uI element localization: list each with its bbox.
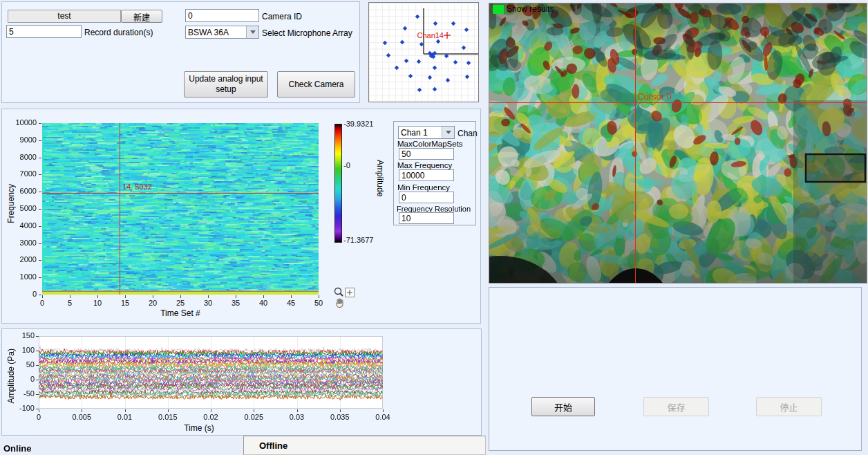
axis-tick-label: 100 xyxy=(8,346,35,354)
axis-tick-mark xyxy=(291,295,292,298)
axis-tick-mark xyxy=(211,409,211,412)
new-session-button[interactable]: 新建 xyxy=(121,10,162,23)
axis-tick-label: 20 xyxy=(142,299,163,307)
axis-tick-label: 40 xyxy=(253,299,274,307)
axis-tick-label: 0 xyxy=(23,413,54,421)
camera-cursor-vline[interactable] xyxy=(635,3,636,283)
camera-image-area[interactable]: Cursor 0 Show results xyxy=(489,3,867,284)
axis-tick-mark xyxy=(125,409,126,412)
axis-tick-mark xyxy=(36,380,39,380)
check-camera-button[interactable]: Check Camera xyxy=(277,71,355,98)
colorbar-mid-label: -0 xyxy=(343,161,350,169)
axis-tick-label: 9000 xyxy=(9,136,37,144)
waveform-xlabel: Time (s) xyxy=(178,423,220,433)
mic-point xyxy=(462,46,466,50)
mic-point xyxy=(433,87,437,91)
max-frequency-input[interactable] xyxy=(399,169,454,181)
axis-tick-label: 0 xyxy=(32,299,53,307)
mic-point xyxy=(466,61,471,65)
axis-tick-label: 2000 xyxy=(9,255,37,263)
axis-tick-label: 35 xyxy=(225,299,246,307)
mic-point xyxy=(465,75,469,79)
axis-tick-mark xyxy=(39,409,39,412)
mic-point xyxy=(446,78,450,82)
channel-select[interactable]: Chan 1 xyxy=(398,126,455,139)
colorbar-max-label: -39.9321 xyxy=(343,120,373,128)
show-results-label: Show results xyxy=(507,4,554,14)
axis-tick-mark xyxy=(39,277,41,278)
mic-point xyxy=(453,60,457,64)
update-analog-input-button[interactable]: Update analog input setup xyxy=(184,71,268,98)
waveform-panel: Amplitude (Pa) Time (s) 150100500-50-100… xyxy=(1,328,482,436)
axis-tick-label: 50 xyxy=(8,360,35,369)
stop-button[interactable]: 停止 xyxy=(756,397,822,416)
axis-tick-mark xyxy=(39,140,41,141)
online-status-label: Online xyxy=(3,443,31,454)
spectrogram-cursor-vline[interactable] xyxy=(120,123,120,295)
chevron-down-icon[interactable] xyxy=(246,26,258,38)
axis-tick-label: 45 xyxy=(281,299,301,307)
axis-tick-mark xyxy=(39,158,41,158)
show-results-indicator[interactable] xyxy=(493,5,504,14)
zoom-tool-icon[interactable] xyxy=(333,286,357,298)
axis-tick-label: 0.035 xyxy=(325,413,355,421)
axis-tick-label: 3000 xyxy=(9,239,37,247)
mic-point xyxy=(408,74,413,78)
waveform-canvas[interactable] xyxy=(39,336,383,409)
axis-tick-mark xyxy=(42,295,43,298)
axis-tick-label: 5000 xyxy=(9,204,37,212)
mic-point xyxy=(451,21,455,26)
camera-cursor-hline[interactable] xyxy=(489,102,867,103)
session-name-field[interactable]: test xyxy=(8,10,121,23)
mic-point xyxy=(428,75,432,80)
axis-tick-label: 6000 xyxy=(9,187,37,195)
amplitude-colorbar xyxy=(334,124,342,243)
axis-tick-mark xyxy=(263,295,264,298)
mic-point xyxy=(433,66,437,70)
axis-tick-label: 0.04 xyxy=(368,413,398,421)
config-panel: test 新建 Record duration(s) Camera ID BSW… xyxy=(1,1,360,103)
axis-tick-label: 0.015 xyxy=(153,413,183,421)
mic-point xyxy=(395,66,399,70)
maxcolormapsets-input[interactable] xyxy=(399,148,454,160)
axis-tick-mark xyxy=(39,209,41,210)
axis-tick-mark xyxy=(39,243,41,244)
spectrogram-panel: Frequency 14, 5932 Time Set # -39.9321 -… xyxy=(1,109,481,324)
axis-tick-label: 1000 xyxy=(9,272,37,281)
spectrogram-cursor-hline[interactable] xyxy=(42,193,319,194)
axis-tick-mark xyxy=(383,409,384,412)
mic-array-label: Select Microphone Array xyxy=(262,28,352,38)
start-button[interactable]: 开始 xyxy=(531,397,595,416)
camera-cursor-label: Cursor 0 xyxy=(637,91,672,102)
mic-cursor-label: Chan14 xyxy=(417,31,444,39)
camera-overlay-canvas[interactable] xyxy=(489,3,867,283)
mic-array-svg: Chan14 xyxy=(369,3,478,102)
record-duration-input[interactable] xyxy=(6,25,82,38)
axis-tick-label: 0 xyxy=(8,375,35,383)
pan-tool-icon[interactable] xyxy=(334,297,346,309)
mic-array-select[interactable]: BSWA 36A xyxy=(185,26,259,39)
camera-id-input[interactable] xyxy=(185,9,259,22)
axis-tick-mark xyxy=(39,192,41,192)
spectrogram-xlabel: Time Set # xyxy=(153,308,208,318)
axis-tick-label: 15 xyxy=(115,299,135,307)
axis-tick-label: -100 xyxy=(8,404,35,412)
axis-tick-label: 0 xyxy=(9,290,37,298)
min-frequency-label: Min Frequency xyxy=(397,183,450,192)
mic-cursor-cross[interactable] xyxy=(444,32,451,39)
chevron-down-icon[interactable] xyxy=(442,127,454,138)
axis-tick-mark xyxy=(153,295,153,298)
record-duration-label: Record duration(s) xyxy=(84,28,153,37)
spectrogram-canvas[interactable] xyxy=(42,123,319,295)
axis-tick-label: 8000 xyxy=(9,153,37,161)
mic-point xyxy=(464,28,469,32)
mic-point xyxy=(403,26,407,30)
save-button[interactable]: 保存 xyxy=(643,397,709,416)
axis-tick-mark xyxy=(36,394,39,395)
min-frequency-input[interactable] xyxy=(399,192,454,203)
mic-array-plot: Chan14 xyxy=(368,2,479,102)
axis-tick-mark xyxy=(168,409,169,412)
mic-point xyxy=(433,21,437,26)
frequency-resolution-input[interactable] xyxy=(399,212,454,224)
axis-tick-label: 30 xyxy=(198,299,218,307)
